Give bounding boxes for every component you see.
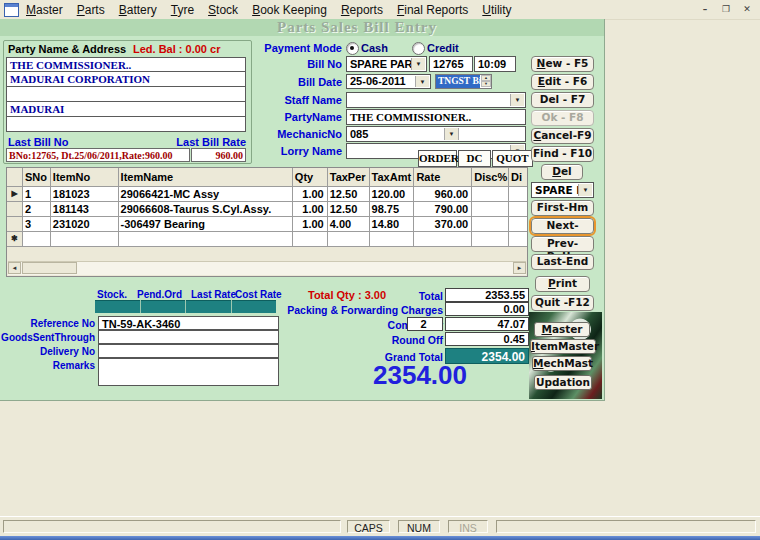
cell-rate[interactable]: 960.00 xyxy=(414,187,472,202)
party-address-line-1[interactable]: THE COMMISSIONER.. xyxy=(6,57,246,72)
menu-book-keeping[interactable]: Book Keeping xyxy=(245,2,334,18)
delete-button[interactable]: Del - F7 xyxy=(531,92,594,108)
new-button[interactable]: New - F5 xyxy=(531,56,594,72)
del-small-button[interactable]: Del xyxy=(541,164,583,180)
quit-button[interactable]: Quit -F12 xyxy=(531,295,594,311)
party-address-line-5[interactable] xyxy=(6,117,246,132)
table-row[interactable]: ▶ 1 181023 29066421-MC Assy 1.00 12.50 1… xyxy=(7,187,527,202)
cell-discamt[interactable] xyxy=(509,187,527,202)
cell-empty[interactable] xyxy=(509,232,527,247)
cell-empty[interactable] xyxy=(472,232,509,247)
print-button[interactable]: Print xyxy=(535,276,590,292)
chevron-down-icon[interactable]: ▼ xyxy=(510,94,524,106)
scrollbar-thumb[interactable] xyxy=(22,262,77,274)
menu-final-reports[interactable]: Final Reports xyxy=(390,2,475,18)
master-button[interactable]: Master xyxy=(534,322,590,337)
cell-discamt[interactable] xyxy=(509,217,527,232)
edit-button[interactable]: Edit - F6 xyxy=(531,74,594,90)
delivery-no-input[interactable] xyxy=(98,344,279,358)
minimize-icon[interactable]: – xyxy=(696,2,714,16)
prev-button[interactable]: Prev-PgUp xyxy=(531,236,594,252)
cell-rate[interactable]: 370.00 xyxy=(414,217,472,232)
cell-empty[interactable] xyxy=(414,232,472,247)
cell-itemname[interactable]: 29066421-MC Assy xyxy=(119,187,293,202)
cell-qty[interactable]: 1.00 xyxy=(293,202,328,217)
cell-discamt[interactable] xyxy=(509,202,527,217)
cell-sno[interactable]: 1 xyxy=(23,187,51,202)
round-off-value[interactable]: 0.45 xyxy=(445,332,529,346)
cell-qty[interactable]: 1.00 xyxy=(293,217,328,232)
scroll-right-icon[interactable]: ► xyxy=(513,262,526,274)
restore-icon[interactable]: ❐ xyxy=(717,2,735,16)
cell-taxper[interactable]: 12.50 xyxy=(328,187,370,202)
first-button[interactable]: First-Hm xyxy=(531,200,594,216)
category-combo[interactable]: SPARE I ▼ xyxy=(531,182,594,198)
reference-no-input[interactable]: TN-59-AK-3460 xyxy=(98,316,279,330)
party-name-input[interactable]: THE COMMISSIONER.. xyxy=(346,109,526,125)
cell-itemname[interactable]: -306497 Bearing xyxy=(119,217,293,232)
party-address-line-3[interactable] xyxy=(6,87,246,102)
cell-discpct[interactable] xyxy=(472,202,509,217)
cell-taxper[interactable]: 4.00 xyxy=(328,217,370,232)
comm-per-input[interactable]: 2 xyxy=(407,317,443,331)
table-row-new[interactable]: ✱ xyxy=(7,232,527,247)
credit-radio[interactable] xyxy=(412,42,425,55)
cell-empty[interactable] xyxy=(328,232,370,247)
total-value[interactable]: 2353.55 xyxy=(445,288,529,302)
item-master-button[interactable]: ItemMaster xyxy=(530,339,596,354)
party-address-line-4[interactable]: MADURAI xyxy=(6,102,246,117)
menu-battery[interactable]: Battery xyxy=(112,2,164,18)
cell-taxamt[interactable]: 120.00 xyxy=(370,187,415,202)
mech-mast-button[interactable]: MechMast xyxy=(532,356,592,371)
cell-empty[interactable] xyxy=(370,232,415,247)
menu-reports[interactable]: Reports xyxy=(334,2,390,18)
spinner-control[interactable]: ▲ ▼ xyxy=(481,75,491,88)
cash-radio-label[interactable]: Cash xyxy=(361,42,388,54)
table-row[interactable]: 2 181143 29066608-Taurus S.Cyl.Assy. 1.0… xyxy=(7,202,527,217)
cell-itemno[interactable]: 181023 xyxy=(51,187,119,202)
cash-radio[interactable] xyxy=(346,42,359,55)
cell-empty[interactable] xyxy=(23,232,51,247)
bill-time-input[interactable]: 10:09 xyxy=(474,56,516,72)
menu-master[interactable]: Master xyxy=(19,2,70,18)
scroll-left-icon[interactable]: ◄ xyxy=(8,262,21,274)
bill-series-combo[interactable]: SPARE PAR ▼ xyxy=(346,56,427,72)
cell-empty[interactable] xyxy=(119,232,293,247)
chevron-down-icon[interactable]: ▼ xyxy=(415,76,429,87)
menu-utility[interactable]: Utility xyxy=(475,2,518,18)
close-icon[interactable]: ✕ xyxy=(738,2,756,16)
packing-value[interactable]: 0.00 xyxy=(445,302,529,316)
chevron-down-icon[interactable]: ▼ xyxy=(411,58,425,70)
mechanic-no-combo[interactable]: 085 ▼ xyxy=(346,126,526,142)
order-button[interactable]: ORDER xyxy=(418,150,457,167)
cell-taxper[interactable]: 12.50 xyxy=(328,202,370,217)
dc-button[interactable]: DC xyxy=(458,150,491,167)
bill-date-combo[interactable]: 25-06-2011 ▼ xyxy=(346,74,431,89)
party-address-line-2[interactable]: MADURAI CORPORATION xyxy=(6,72,246,87)
chevron-down-icon[interactable]: ▼ xyxy=(444,128,459,140)
chevron-down-icon[interactable]: ▼ xyxy=(578,184,592,196)
goods-sent-input[interactable] xyxy=(98,330,279,344)
cancel-button[interactable]: Cancel-F9 xyxy=(531,128,594,144)
cell-discpct[interactable] xyxy=(472,187,509,202)
grid-horizontal-scrollbar[interactable]: ◄ ► xyxy=(8,261,526,275)
menu-parts[interactable]: Parts xyxy=(70,2,112,18)
staff-name-combo[interactable]: ▼ xyxy=(346,92,526,108)
cell-taxamt[interactable]: 98.75 xyxy=(370,202,415,217)
quot-button[interactable]: QUOT xyxy=(492,150,533,167)
cell-taxamt[interactable]: 14.80 xyxy=(370,217,415,232)
cell-empty[interactable] xyxy=(51,232,119,247)
find-button[interactable]: Find - F10 xyxy=(531,146,594,162)
cell-rate[interactable]: 790.00 xyxy=(414,202,472,217)
bill-type-spinner[interactable]: TNGST Bill ▲ ▼ xyxy=(435,74,492,89)
spin-down-icon[interactable]: ▼ xyxy=(481,81,491,87)
table-row[interactable]: 3 231020 -306497 Bearing 1.00 4.00 14.80… xyxy=(7,217,527,232)
menu-tyre[interactable]: Tyre xyxy=(164,2,201,18)
app-icon[interactable] xyxy=(4,3,19,17)
credit-radio-label[interactable]: Credit xyxy=(427,42,459,54)
updation-button[interactable]: Updation xyxy=(534,375,592,390)
next-button[interactable]: Next-PgDn xyxy=(531,218,594,234)
cell-empty[interactable] xyxy=(293,232,328,247)
cell-itemname[interactable]: 29066608-Taurus S.Cyl.Assy. xyxy=(119,202,293,217)
remarks-input[interactable] xyxy=(98,358,279,386)
